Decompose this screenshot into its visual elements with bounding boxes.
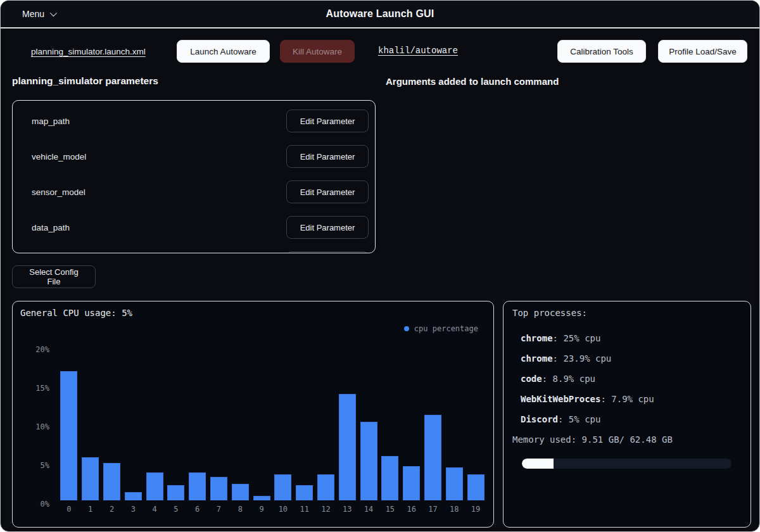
- bar-slot: 10: [272, 342, 294, 500]
- process-name: WebKitWebProces: [521, 394, 600, 404]
- cpu-usage-title: General CPU usage: 5%: [20, 308, 132, 318]
- bar-slot: 4: [144, 342, 165, 500]
- chart-legend: cpu percentage: [404, 324, 478, 333]
- process-row: Discord: 5% cpu: [521, 409, 654, 429]
- cpu-bar[interactable]: [82, 457, 99, 500]
- process-row: chrome: 23.9% cpu: [521, 348, 654, 369]
- system-stats-panel: Top processes: chrome: 25% cpuchrome: 23…: [503, 301, 751, 528]
- bar-slot: 15: [379, 342, 401, 500]
- x-axis-label: 12: [315, 505, 337, 514]
- x-axis-label: 2: [101, 505, 123, 514]
- process-usage: : 7.9% cpu: [600, 394, 654, 404]
- x-axis-label: 11: [294, 505, 315, 514]
- cpu-bar[interactable]: [210, 477, 227, 500]
- launch-file-link[interactable]: planning_simulator.launch.xml: [31, 47, 146, 56]
- parameter-name: sensor_model: [32, 187, 86, 197]
- bar-slot: 12: [315, 342, 337, 500]
- bar-slot: 8: [229, 342, 251, 500]
- y-axis-tick: 0%: [22, 500, 49, 509]
- parameter-name: map_path: [32, 117, 70, 126]
- cpu-bar[interactable]: [381, 456, 398, 500]
- cpu-bar[interactable]: [296, 485, 313, 500]
- repo-link[interactable]: khalil/autoware: [378, 46, 458, 56]
- top-menu-bar: Menu Autoware Launch GUI: [1, 1, 759, 28]
- bar-slot: 1: [80, 342, 101, 500]
- process-row: code: 8.9% cpu: [521, 369, 654, 389]
- cpu-bar[interactable]: [339, 394, 356, 500]
- x-axis-label: 4: [144, 505, 165, 514]
- x-axis-label: 15: [379, 505, 401, 514]
- process-row: chrome: 25% cpu: [521, 328, 654, 348]
- bar-plot: 012345678910111213141516171819: [58, 342, 486, 500]
- x-axis-label: 6: [187, 505, 208, 514]
- bar-slot: 19: [465, 342, 486, 500]
- select-config-file-button[interactable]: Select Config File: [12, 265, 96, 288]
- x-axis-label: 16: [401, 505, 422, 514]
- x-axis-label: 18: [443, 505, 465, 514]
- launch-autoware-button[interactable]: Launch Autoware: [177, 40, 270, 63]
- parameter-row: Edit Parameter: [32, 251, 369, 253]
- x-axis-label: 0: [58, 505, 80, 514]
- menu-button[interactable]: Menu: [22, 9, 55, 19]
- legend-label: cpu percentage: [414, 324, 478, 333]
- cpu-bar[interactable]: [253, 496, 270, 500]
- profile-load-save-button[interactable]: Profile Load/Save: [658, 40, 747, 63]
- calibration-tools-button[interactable]: Calibration Tools: [557, 40, 646, 63]
- x-axis-label: 17: [422, 505, 444, 514]
- process-usage: : 23.9% cpu: [553, 353, 612, 364]
- process-name: chrome: [521, 353, 553, 364]
- bar-slot: 17: [422, 342, 444, 500]
- cpu-bar[interactable]: [467, 474, 484, 500]
- x-axis-label: 13: [336, 505, 358, 514]
- y-axis-tick: 10%: [22, 422, 49, 431]
- process-usage: : 8.9% cpu: [542, 374, 595, 384]
- process-name: Discord: [521, 414, 558, 424]
- top-processes-heading: Top processes:: [512, 308, 587, 318]
- cpu-bar[interactable]: [167, 485, 184, 500]
- bar-slot: 0: [58, 342, 80, 500]
- process-row: WebKitWebProces: 7.9% cpu: [521, 389, 654, 409]
- bar-slot: 11: [294, 342, 315, 500]
- memory-progress-bar: [522, 459, 732, 469]
- y-axis-tick: 20%: [22, 345, 49, 354]
- cpu-bar[interactable]: [125, 492, 142, 500]
- cpu-bar[interactable]: [146, 472, 163, 500]
- parameters-heading: planning_simulator parameters: [12, 75, 158, 87]
- x-axis-label: 8: [229, 505, 251, 514]
- cpu-bar[interactable]: [424, 415, 441, 500]
- edit-parameter-button[interactable]: Edit Parameter: [286, 251, 369, 253]
- cpu-bar[interactable]: [189, 472, 206, 500]
- edit-parameter-button[interactable]: Edit Parameter: [286, 216, 369, 239]
- parameter-row: sensor_modelEdit Parameter: [32, 180, 369, 203]
- cpu-bar[interactable]: [274, 474, 291, 500]
- edit-parameter-button[interactable]: Edit Parameter: [286, 145, 369, 168]
- cpu-bar[interactable]: [403, 466, 420, 500]
- process-usage: : 25% cpu: [553, 333, 601, 343]
- cpu-bar[interactable]: [317, 474, 334, 500]
- bar-slot: 2: [101, 342, 123, 500]
- bar-slot: 7: [208, 342, 230, 500]
- x-axis-label: 9: [251, 505, 272, 514]
- x-axis-label: 7: [208, 505, 230, 514]
- process-name: chrome: [521, 333, 553, 343]
- cpu-bar[interactable]: [446, 467, 463, 500]
- parameter-panel: map_pathEdit Parametervehicle_modelEdit …: [12, 100, 376, 253]
- edit-parameter-button[interactable]: Edit Parameter: [286, 110, 369, 132]
- edit-parameter-button[interactable]: Edit Parameter: [286, 180, 369, 203]
- cpu-chart-panel: General CPU usage: 5% cpu percentage 0%5…: [12, 301, 494, 528]
- legend-dot-icon: [404, 326, 409, 331]
- memory-used-label: Memory used: 9.51 GB/ 62.48 GB: [512, 434, 673, 445]
- bar-slot: 13: [336, 342, 358, 500]
- x-axis-label: 3: [122, 505, 144, 514]
- x-axis-label: 10: [272, 505, 294, 514]
- x-axis-label: 1: [80, 505, 101, 514]
- kill-autoware-button[interactable]: Kill Autoware: [280, 40, 355, 63]
- parameter-list: map_pathEdit Parametervehicle_modelEdit …: [32, 110, 369, 253]
- bar-slot: 18: [443, 342, 465, 500]
- cpu-bar[interactable]: [60, 371, 77, 500]
- process-list: chrome: 25% cpuchrome: 23.9% cpucode: 8.…: [521, 328, 654, 429]
- parameter-row: data_pathEdit Parameter: [32, 216, 369, 239]
- cpu-bar[interactable]: [360, 422, 377, 500]
- cpu-bar[interactable]: [103, 463, 120, 500]
- cpu-bar[interactable]: [232, 484, 249, 500]
